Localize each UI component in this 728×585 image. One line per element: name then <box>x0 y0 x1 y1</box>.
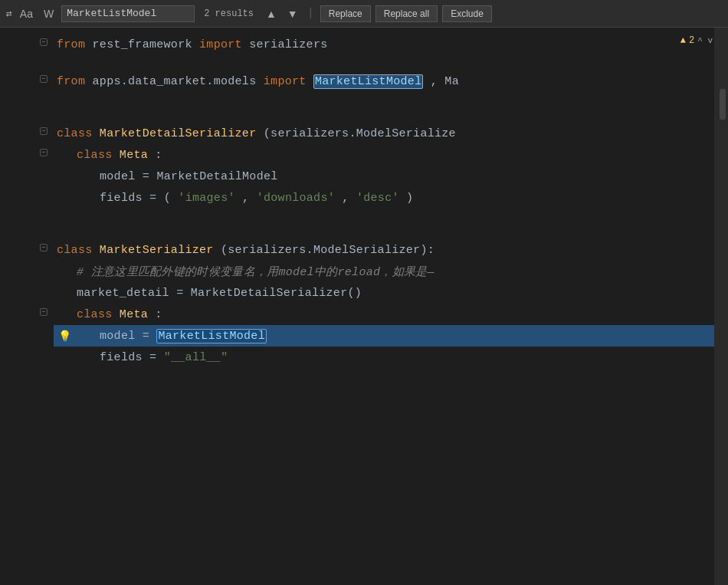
line-text-6: class MarketDetailSerializer (serializer… <box>57 127 714 140</box>
model-assign-2: model = <box>100 330 156 343</box>
code-line-14: market_detail = MarketDetailSerializer() <box>54 282 714 304</box>
class-paren-market: (serializers.ModelSerializer): <box>221 244 435 257</box>
line-text-9: fields = ( 'images' , 'downloads' , 'des… <box>100 192 714 205</box>
replace-btn[interactable]: Replace <box>320 5 371 22</box>
line-text-13: # 注意这里匹配外键的时候变量名，用model中的reload，如果是— <box>77 265 714 279</box>
kw-import-2: import <box>264 75 307 88</box>
line-text-3: from apps.data_market.models import Mark… <box>57 75 714 88</box>
code-line-empty-3 <box>54 107 714 123</box>
kw-class-3: class <box>57 244 93 257</box>
class-meta-name-2: Meta <box>120 308 148 321</box>
line-text-1: from rest_framework import serializers <box>57 38 714 51</box>
next-result-btn[interactable]: ▼ <box>284 6 301 21</box>
model-assign-1: model = MarketDetailModel <box>100 170 278 183</box>
str-images: 'images' <box>178 192 234 205</box>
results-count: 2 results <box>199 8 258 19</box>
comma-1: , Ma <box>431 75 459 88</box>
import-serializers: serializers <box>249 38 327 51</box>
comma-fields-1: , <box>242 192 257 205</box>
line-text-17: fields = "__all__" <box>100 351 714 364</box>
code-line-empty-2 <box>54 92 714 107</box>
kw-from: from <box>57 38 85 51</box>
code-line-3: − from apps.data_market.models import Ma… <box>54 71 714 92</box>
fold-icon-3[interactable]: − <box>40 75 48 83</box>
line-text-12: class MarketSerializer (serializers.Mode… <box>57 244 714 257</box>
case-sensitive-btn[interactable]: Aa <box>17 6 36 21</box>
scrollbar-panel <box>714 28 728 585</box>
market-detail-assign: market_detail = MarketDetailSerializer() <box>77 287 362 300</box>
code-line-17: fields = "__all__" <box>54 347 714 368</box>
code-editor: − from rest_framework import serializers… <box>0 28 728 585</box>
line-text-15: class Meta : <box>77 308 714 321</box>
fold-icon-12[interactable]: − <box>40 244 48 251</box>
fold-icon-7[interactable]: − <box>40 149 48 156</box>
exclude-btn[interactable]: Exclude <box>442 5 492 22</box>
module-apps: apps.data_market.models <box>93 75 264 88</box>
code-line-15: − class Meta : <box>54 304 714 325</box>
fold-icon-15[interactable]: − <box>40 308 48 316</box>
kw-class-meta-2: class <box>77 308 113 321</box>
line-text-14: market_detail = MarketDetailSerializer() <box>77 287 714 300</box>
class-meta-colon-2: : <box>155 308 162 321</box>
code-line-8: model = MarketDetailModel <box>54 166 714 187</box>
fields-assign-2: fields = <box>100 351 164 364</box>
prev-result-btn[interactable]: ▲ <box>263 6 280 21</box>
code-line-1: − from rest_framework import serializers <box>54 34 714 55</box>
code-line-12: − class MarketSerializer (serializers.Mo… <box>54 239 714 261</box>
kw-import: import <box>199 38 242 51</box>
code-line-empty-1 <box>54 55 714 71</box>
class-name-1: MarketDetailSerializer <box>100 127 257 140</box>
module-rest: rest_framework <box>93 38 200 51</box>
str-all: "__all__" <box>164 351 228 364</box>
line-text-16: model = MarketListModel <box>100 330 714 343</box>
comment-text: # 注意这里匹配外键的时候变量名，用model中的reload，如果是— <box>77 266 435 279</box>
str-downloads: 'downloads' <box>257 192 335 205</box>
code-line-empty-5 <box>54 224 714 239</box>
class-meta-colon: : <box>155 149 162 162</box>
search-input[interactable] <box>61 5 195 22</box>
code-line-9: fields = ( 'images' , 'downloads' , 'des… <box>54 187 714 209</box>
fold-icon-1[interactable]: − <box>40 38 48 46</box>
code-line-empty-4 <box>54 209 714 224</box>
highlight-marketlistmodel-1: MarketListModel <box>313 74 424 89</box>
kw-from-2: from <box>57 75 85 88</box>
class-meta-1: Meta <box>120 149 148 162</box>
code-line-7: − class Meta : <box>54 144 714 166</box>
replace-all-btn[interactable]: Replace all <box>375 5 438 22</box>
lightbulb-icon[interactable]: 💡 <box>58 330 71 343</box>
fold-icon-6[interactable]: − <box>40 127 48 135</box>
kw-class-2: class <box>77 149 113 162</box>
line-text-8: model = MarketDetailModel <box>100 170 714 183</box>
fields-assign-1: fields = ( <box>100 192 171 205</box>
code-line-13: # 注意这里匹配外键的时候变量名，用model中的reload，如果是— <box>54 261 714 282</box>
scrollbar-thumb[interactable] <box>720 89 726 120</box>
class-paren-1: (serializers.ModelSerialize <box>264 127 456 140</box>
fields-close: ) <box>406 192 413 205</box>
replace-icon: ⇄ <box>6 8 12 20</box>
class-name-market: MarketSerializer <box>100 244 214 257</box>
search-toolbar: ⇄ Aa W 2 results ▲ ▼ | Replace Replace a… <box>0 0 728 28</box>
str-desc: 'desc' <box>356 192 399 205</box>
code-line-6: − class MarketDetailSerializer (serializ… <box>54 123 714 144</box>
kw-class-1: class <box>57 127 93 140</box>
line-text-7: class Meta : <box>77 149 714 162</box>
code-line-16: 💡 model = MarketListModel <box>54 325 714 347</box>
code-lines: − from rest_framework import serializers… <box>0 28 714 585</box>
highlight-marketlistmodel-2: MarketListModel <box>156 329 267 343</box>
whole-word-btn[interactable]: W <box>41 6 57 21</box>
comma-fields-2: , <box>342 192 356 205</box>
